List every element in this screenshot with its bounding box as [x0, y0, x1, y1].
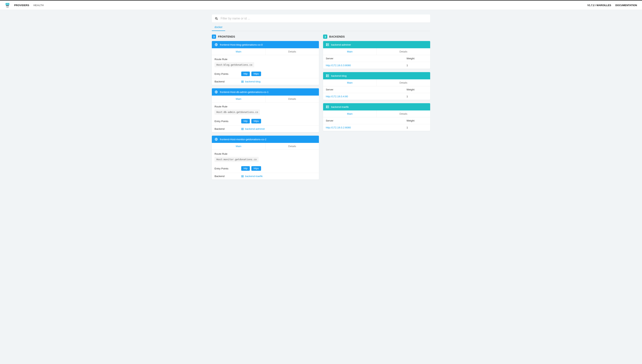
frontend-tab-main[interactable]: Main: [212, 48, 265, 55]
server-icon: [241, 175, 244, 178]
backend-name: backend-blog: [331, 74, 347, 77]
frontend-name: frontend-Host-db-admin-getdonations-co-1: [220, 90, 269, 94]
backend-tab-main[interactable]: Main: [323, 110, 377, 117]
svg-text:træfik: træfik: [6, 7, 9, 8]
backend-tab-main[interactable]: Main: [323, 79, 377, 86]
route-rule-value: Host:monitor.getdonations.co: [215, 157, 259, 162]
svg-rect-5: [6, 6, 9, 6]
topbar: træfik PROVIDERS HEALTH V1.7.2 / MAROILL…: [0, 0, 642, 10]
server-weight: 1: [406, 126, 427, 129]
globe-icon: [215, 90, 218, 94]
server-icon: [326, 74, 329, 78]
frontend-tab-main[interactable]: Main: [212, 96, 265, 102]
backends-count-badge: 3: [323, 34, 327, 39]
backend-name: backend-adminer: [331, 43, 351, 46]
search-icon: [215, 17, 218, 20]
backend-link[interactable]: backend-adminer: [241, 128, 265, 130]
nav-providers[interactable]: PROVIDERS: [14, 4, 29, 7]
server-icon: [326, 43, 329, 46]
frontend-name: frontend-Host-blog-getdonations-co-0: [220, 43, 263, 46]
backends-column: 3 BACKENDS backend-adminer Main Details …: [323, 34, 430, 183]
main-nav: PROVIDERS HEALTH: [14, 4, 44, 7]
frontend-card-header: frontend-Host-db-admin-getdonations-co-1: [212, 88, 319, 96]
backends-title: BACKENDS: [329, 35, 345, 38]
backend-card-header: backend-adminer: [323, 41, 430, 48]
tab-docker[interactable]: docker: [212, 24, 225, 31]
backend-tab-details[interactable]: Details: [377, 48, 430, 55]
backend-label: Backend: [215, 128, 241, 130]
svg-point-30: [327, 75, 327, 75]
entry-points-tags: httphttps: [241, 119, 261, 124]
entry-points-label: Entry Points: [215, 72, 241, 75]
frontend-card: frontend-Host-db-admin-getdonations-co-1…: [212, 88, 319, 132]
frontend-tab-details[interactable]: Details: [265, 48, 319, 55]
server-icon: [241, 128, 244, 130]
backend-card: backend-adminer Main Details Server Weig…: [323, 41, 430, 69]
server-url[interactable]: http://172.18.0.4:80: [326, 95, 348, 98]
entrypoint-tag: https: [251, 119, 261, 124]
svg-point-3: [7, 4, 7, 4]
globe-icon: [215, 138, 218, 141]
backend-card: backend-blog Main Details Server Weight …: [323, 72, 430, 100]
backend-label: Backend: [215, 175, 241, 178]
svg-point-7: [215, 17, 217, 19]
backend-card-header: backend-traefik: [323, 103, 430, 110]
frontend-card-header: frontend-Host-blog-getdonations-co-0: [212, 41, 319, 48]
frontend-tab-main[interactable]: Main: [212, 143, 265, 150]
entrypoint-tag: https: [251, 72, 261, 76]
backend-link[interactable]: backend-blog: [241, 80, 261, 83]
route-rule-value: Host:blog.getdonations.co: [215, 62, 254, 67]
backend-label: Backend: [215, 80, 241, 83]
svg-point-26: [327, 44, 327, 44]
backend-name: backend-traefik: [331, 106, 349, 108]
nav-health[interactable]: HEALTH: [34, 4, 44, 7]
frontend-tab-details[interactable]: Details: [265, 143, 319, 150]
globe-icon: [215, 43, 218, 46]
backend-card: backend-traefik Main Details Server Weig…: [323, 103, 430, 131]
entry-points-tags: httphttps: [241, 72, 261, 76]
server-weight: 1: [406, 95, 427, 98]
weight-col-header: Weight: [406, 57, 427, 60]
documentation-link[interactable]: DOCUMENTATION: [615, 4, 637, 7]
server-weight: 1: [406, 64, 427, 67]
traefik-logo: træfik: [5, 2, 10, 8]
filter-input[interactable]: [221, 17, 427, 20]
svg-line-8: [217, 19, 218, 20]
svg-rect-0: [6, 3, 9, 5]
backend-tab-main[interactable]: Main: [323, 48, 377, 55]
backend-link[interactable]: backend-traefik: [241, 175, 263, 178]
server-icon: [326, 105, 329, 108]
svg-point-4: [8, 4, 8, 4]
entrypoint-tag: https: [251, 166, 261, 171]
backend-tab-details[interactable]: Details: [377, 110, 430, 117]
entry-points-label: Entry Points: [215, 120, 241, 123]
route-rule-label: Route Rule: [215, 152, 241, 155]
server-icon: [241, 80, 244, 83]
weight-col-header: Weight: [406, 88, 427, 91]
route-rule-value: Host:db-admin.getdonations.co: [215, 110, 260, 115]
entrypoint-tag: http: [241, 166, 250, 171]
server-url[interactable]: http://172.18.0.2:8080: [326, 126, 351, 129]
version-link[interactable]: V1.7.2 / MAROILLES: [587, 4, 611, 7]
svg-point-34: [327, 106, 327, 106]
entrypoint-tag: http: [241, 119, 250, 124]
entry-points-label: Entry Points: [215, 167, 241, 170]
filter-box: [212, 14, 430, 22]
frontend-card-header: frontend-Host-monitor-getdonations-co-2: [212, 136, 319, 143]
server-col-header: Server: [326, 57, 406, 60]
backend-tab-details[interactable]: Details: [377, 79, 430, 86]
frontend-card: frontend-Host-monitor-getdonations-co-2 …: [212, 136, 319, 180]
entry-points-tags: httphttps: [241, 166, 261, 171]
route-rule-label: Route Rule: [215, 58, 241, 61]
frontend-name: frontend-Host-monitor-getdonations-co-2: [220, 138, 266, 141]
provider-tabs: docker: [212, 24, 430, 31]
entrypoint-tag: http: [241, 72, 250, 76]
weight-col-header: Weight: [406, 119, 427, 122]
frontend-tab-details[interactable]: Details: [265, 96, 319, 102]
server-url[interactable]: http://172.18.0.3:8080: [326, 64, 351, 67]
frontends-title: FRONTENDS: [218, 35, 235, 38]
svg-point-27: [327, 45, 327, 46]
backend-card-header: backend-blog: [323, 72, 430, 79]
route-rule-label: Route Rule: [215, 105, 241, 108]
server-col-header: Server: [326, 88, 406, 91]
